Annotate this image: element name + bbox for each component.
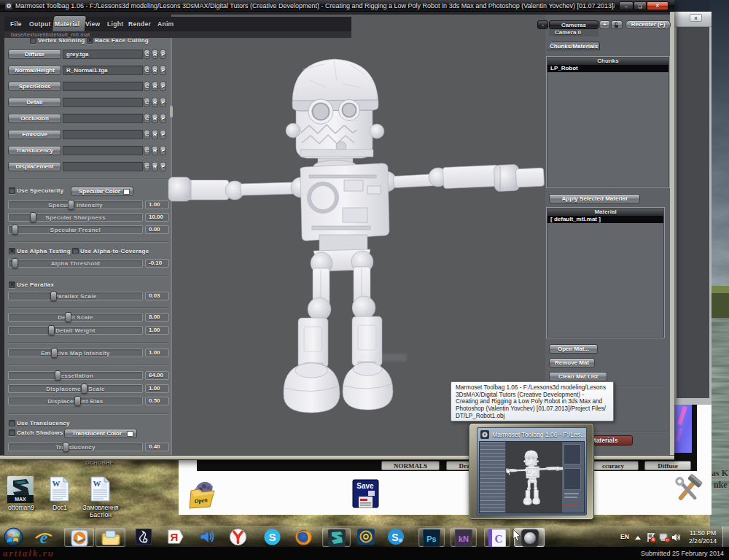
ie-glyph: e (40, 529, 48, 546)
chunks-header: Chunks (547, 58, 668, 65)
thumbnail-app-icon (480, 430, 489, 439)
chunks-frame: Chunks LP_Robot (546, 56, 670, 188)
thumb-left-panel (480, 442, 506, 513)
yandex-ya-icon[interactable]: Я (167, 529, 184, 545)
svg-text:Ps: Ps (426, 534, 436, 542)
svg-text:S: S (268, 531, 276, 543)
messenger-icon[interactable]: S (387, 528, 405, 545)
taskbar-thumbnail[interactable]: Marmoset Toolbag 1.06 - F:/Les... (469, 423, 594, 520)
internet-explorer-icon[interactable]: e (35, 529, 52, 546)
submitted-text: Submitted 25 February 2014 (641, 550, 724, 557)
purple-app-taskbar-button[interactable]: kN (451, 528, 477, 547)
tray-clock[interactable]: 11:50 PM 2/24/2014 (687, 529, 719, 545)
webpage-button-ccuracy[interactable]: ccuracy (588, 461, 639, 470)
button-clean-mat-list[interactable]: Clean Mat List (549, 372, 607, 381)
wmp-taskbar-button[interactable] (64, 528, 94, 547)
svg-text:Save: Save (356, 482, 374, 490)
photoshop-icon: Ps (423, 529, 440, 547)
svg-text:kN: kN (459, 534, 469, 542)
thumb-right-panel (562, 442, 584, 513)
yandex-glyph: Я (171, 531, 179, 543)
footer-strip: arttalk.ru Submitted 25 February 2014 (0, 547, 729, 560)
taskbar-tooltip: Marmoset Toolbag 1.06 - F:/Lessons3d mod… (451, 381, 614, 421)
svg-text:C: C (495, 533, 503, 545)
desktop-icon-zamovlennya[interactable]: W ЗамовленняБастіон (82, 476, 120, 520)
thumbnail-title: Marmoset Toolbag 1.06 - F:/Les... (492, 431, 585, 438)
webpage-side-text: as Knke (712, 467, 728, 491)
desktop-icon-ottoman9[interactable]: MAX ottoman9 (6, 476, 36, 511)
thumbnail-screenshot (479, 441, 585, 513)
thumbnail-glass: Marmoset Toolbag 1.06 - F:/Les... (477, 427, 587, 516)
recenter-button[interactable]: Recenter (F) (625, 20, 671, 29)
start-button[interactable] (4, 527, 23, 547)
hammer-tools-icon (671, 473, 703, 507)
material-header: Material (547, 209, 663, 216)
3dsmax-taskbar-button[interactable] (322, 528, 351, 547)
thumb-cursor (506, 468, 512, 475)
taskbar: e Я (0, 526, 729, 547)
volume-app-icon[interactable] (199, 529, 216, 545)
material-frame: Material [ default_mtl.mat ] (546, 207, 665, 338)
open-folder-icon[interactable]: Open (188, 478, 217, 511)
tooltip-line: Marmoset Toolbag 1.06 - F:/Lessons3d mod… (456, 384, 609, 392)
tooltip-line: DT/LP_Robot1.obj (456, 413, 609, 420)
tray-expand-icon[interactable] (634, 535, 642, 541)
webpage-button-diffuse[interactable]: Diffuse (644, 461, 691, 470)
save-floppy-icon[interactable]: Save (352, 479, 379, 508)
svg-text:W: W (52, 479, 61, 488)
tooltip-line: Photoshop (Valentin Yovchev) [01.07.2013… (456, 405, 609, 413)
thumb-robot (506, 442, 563, 513)
webpage-purple-image (674, 403, 692, 453)
explorer-taskbar-button[interactable] (95, 528, 125, 547)
clock-date: 2/24/2014 (687, 537, 719, 545)
tray-device-icon[interactable] (659, 533, 670, 542)
folder-icon (101, 530, 120, 546)
purple-app-icon: kN (455, 529, 472, 547)
word-doc-icon: W (50, 476, 69, 502)
firefox-icon[interactable] (295, 529, 312, 545)
background-window-close-button[interactable]: x (690, 14, 702, 22)
action-center-flag-icon[interactable] (646, 532, 656, 542)
clock-time: 11:50 PM (687, 529, 719, 537)
desktop: MAX ottoman9 W Doc1 W ЗамовленняБастіон … (0, 0, 729, 560)
corel-app-icon: C (488, 529, 506, 547)
camera-item[interactable]: Camera 0 (549, 29, 599, 36)
icon-label: ottoman9 (3, 504, 39, 511)
tray-language[interactable]: EN (620, 533, 629, 540)
mailru-agent-icon[interactable] (357, 529, 375, 545)
word-doc-icon: W (90, 476, 110, 502)
webpage-button-normals[interactable]: NORMALS (381, 461, 440, 470)
button-open-mat-[interactable]: Open Mat... (549, 344, 598, 354)
tray-volume-icon[interactable] (671, 533, 681, 542)
tooltip-line: 3DsMAX/Digital Tutors (Creative Developm… (456, 392, 609, 399)
svg-text:S: S (391, 532, 398, 543)
yandex-browser-icon[interactable] (230, 529, 246, 545)
dragon-app-icon[interactable] (136, 529, 152, 545)
skype-icon[interactable]: S (264, 529, 281, 545)
button-remove-mat[interactable]: Remove Mat (549, 358, 595, 368)
mouse-cursor (512, 529, 522, 542)
chunk-item-selected[interactable]: LP_Robot (547, 65, 668, 72)
3dsmax-icon (328, 529, 346, 547)
icon-label: Doc1 (47, 504, 73, 511)
cameras-header[interactable]: Cameras (549, 20, 599, 29)
tab-chunks-materials[interactable]: Chunks/Materials (547, 42, 600, 50)
watermark-logo: arttalk.ru (3, 548, 55, 559)
photoshop-taskbar-button[interactable]: Ps (418, 528, 445, 547)
corel-app-taskbar-button[interactable]: C (484, 528, 510, 547)
ghost-desktop-label: ОСНОВНЕ (85, 459, 113, 466)
material-item-selected[interactable]: [ default_mtl.mat ] (547, 216, 663, 223)
wmp-icon (71, 529, 88, 547)
marmoset-icon (521, 529, 539, 548)
show-desktop-button[interactable] (722, 526, 729, 548)
camera-lock-button[interactable] (611, 20, 623, 29)
add-camera-button[interactable]: + (599, 20, 610, 29)
apply-selected-material-button[interactable]: Apply Selected Material (549, 194, 640, 203)
desktop-icon-doc1[interactable]: W Doc1 (47, 476, 73, 511)
svg-text:MAX: MAX (15, 497, 26, 502)
cameras-collapse-button[interactable]: - (537, 20, 548, 29)
background-window[interactable]: x (674, 12, 712, 405)
lock-icon (614, 22, 620, 28)
tooltip-line: Creating and Rigging a Low Poly Robot in… (456, 398, 609, 405)
icon-label: ЗамовленняБастіон (77, 504, 124, 518)
